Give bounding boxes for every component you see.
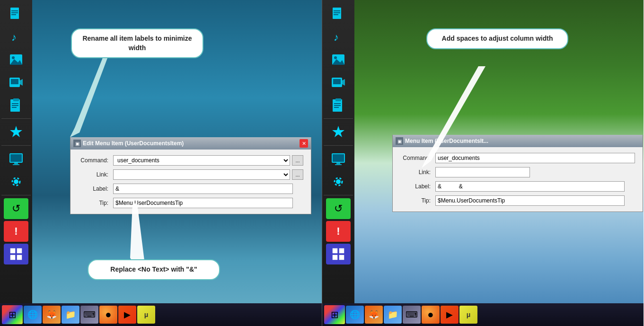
taskbar-firefox-right[interactable]: 🦊 [365, 306, 383, 324]
callout-rename: Rename all item labels to minimize width [71, 28, 203, 58]
svg-rect-48 [333, 154, 344, 162]
right-sidebar-icon-clipboard[interactable] [326, 95, 351, 115]
right-sidebar-icon-grid[interactable] [326, 244, 351, 264]
right-panel: ♪ [322, 0, 644, 326]
right-command-input[interactable] [435, 153, 635, 163]
svg-rect-49 [336, 163, 340, 164]
right-tip-label: Tip: [400, 197, 433, 204]
right-link-input-row [435, 167, 635, 177]
taskbar-keyboard-right[interactable]: ⌨ [403, 306, 421, 324]
sidebar-divider-3 [1, 195, 30, 195]
right-dialog-title-text: Menu Item (UserDocumentsIt... [405, 138, 640, 144]
link-select[interactable] [113, 169, 290, 180]
link-browse-button[interactable]: ... [292, 169, 303, 180]
dialog-title-text: Edit Menu Item (UserDocumentsItem) [83, 140, 298, 147]
svg-rect-54 [339, 248, 344, 254]
right-sidebar-icon-video[interactable] [326, 72, 351, 93]
svg-rect-31 [334, 10, 340, 11]
start-button-right[interactable]: ⊞ [324, 305, 345, 324]
sidebar-divider-1 [1, 118, 30, 119]
sidebar-icon-music[interactable]: ♪ [4, 26, 28, 47]
sidebar-icon-document[interactable] [4, 4, 28, 25]
taskbar-media-left[interactable]: ▶ [118, 306, 136, 324]
left-sidebar: ♪ [0, 0, 32, 303]
taskbar-ie-left[interactable]: 🌐 [24, 306, 42, 324]
taskbar-firefox-left[interactable]: 🦊 [43, 306, 61, 324]
label-label: Label: [78, 185, 111, 192]
right-dialog-title-icon: ▣ [396, 137, 403, 145]
svg-point-36 [334, 56, 337, 59]
start-button-left[interactable]: ⊞ [2, 305, 23, 324]
taskbar-explorer-right[interactable]: 📁 [384, 306, 402, 324]
left-panel: ♪ [0, 0, 322, 326]
svg-marker-46 [332, 126, 344, 137]
svg-rect-45 [334, 107, 339, 108]
callout-replace: Replace <No Text> with "&" [88, 259, 220, 280]
svg-point-21 [14, 179, 18, 184]
sidebar-icon-grid[interactable] [4, 244, 28, 264]
dialog-title-icon: ▣ [73, 140, 81, 147]
left-dialog: ▣ Edit Menu Item (UserDocumentsItem) ✕ C… [70, 137, 311, 214]
svg-rect-44 [334, 105, 341, 106]
svg-rect-56 [339, 255, 344, 260]
taskbar-keyboard-left[interactable]: ⌨ [80, 306, 98, 324]
right-sidebar: ♪ [322, 0, 354, 303]
tip-label: Tip: [78, 200, 111, 206]
svg-rect-3 [11, 14, 16, 15]
right-tip-input[interactable] [435, 195, 625, 206]
svg-marker-9 [20, 79, 23, 86]
svg-rect-19 [14, 163, 18, 164]
svg-rect-23 [10, 248, 16, 254]
command-input-row: user_documents ... [113, 155, 303, 166]
right-link-label: Link: [400, 169, 433, 176]
right-sidebar-divider-1 [324, 118, 353, 119]
sidebar-icon-settings[interactable] [4, 171, 28, 192]
taskbar-ball-right[interactable]: ● [422, 306, 440, 324]
sidebar-icon-refresh[interactable]: ↺ [4, 198, 28, 219]
left-taskbar: ⊞ 🌐 🦊 📁 ⌨ ● ▶ μ [0, 303, 322, 326]
dialog-close-button[interactable]: ✕ [300, 139, 308, 148]
svg-point-6 [12, 56, 15, 59]
right-link-input[interactable] [435, 167, 530, 177]
right-sidebar-icon-document[interactable] [326, 4, 351, 25]
right-sidebar-icon-refresh[interactable]: ↺ [326, 198, 351, 219]
right-sidebar-icon-monitor[interactable] [326, 149, 351, 169]
callout-spaces: Add spaces to adjust column width [426, 28, 568, 49]
taskbar-torrent-left[interactable]: μ [137, 306, 155, 324]
sidebar-icon-video[interactable] [4, 72, 28, 93]
tip-input-row [113, 198, 303, 208]
sidebar-icon-stop[interactable]: ! [4, 221, 28, 242]
svg-rect-1 [11, 10, 18, 11]
svg-rect-50 [335, 164, 342, 165]
taskbar-ball-left[interactable]: ● [99, 306, 117, 324]
right-sidebar-icon-stop[interactable]: ! [326, 221, 351, 242]
right-sidebar-icon-music[interactable]: ♪ [326, 26, 351, 47]
right-dialog: ▣ Menu Item (UserDocumentsIt... Command:… [392, 135, 643, 212]
right-command-input-row [435, 153, 635, 163]
sidebar-icon-image[interactable] [4, 49, 28, 70]
right-label-label: Label: [400, 183, 433, 190]
command-select[interactable]: user_documents [113, 155, 290, 166]
right-sidebar-icon-star[interactable] [326, 122, 351, 142]
command-label: Command: [78, 157, 111, 164]
sidebar-icon-clipboard[interactable] [4, 95, 28, 115]
label-input[interactable] [113, 184, 293, 194]
right-label-input[interactable] [435, 181, 625, 192]
right-tip-input-row [435, 195, 635, 206]
tip-input[interactable] [113, 198, 293, 208]
svg-rect-43 [334, 103, 341, 104]
taskbar-explorer-left[interactable]: 📁 [62, 306, 79, 324]
sidebar-icon-star[interactable] [4, 122, 28, 142]
right-label-input-row [435, 181, 635, 192]
right-sidebar-icon-settings[interactable] [326, 171, 351, 192]
taskbar-media-right[interactable]: ▶ [441, 306, 459, 324]
link-input-row: ... [113, 169, 303, 180]
command-browse-button[interactable]: ... [292, 155, 303, 166]
svg-rect-32 [334, 12, 340, 13]
svg-text:♪: ♪ [11, 31, 17, 43]
right-sidebar-icon-image[interactable] [326, 49, 351, 70]
svg-rect-26 [17, 255, 22, 260]
sidebar-icon-monitor[interactable] [4, 149, 28, 169]
taskbar-torrent-right[interactable]: μ [459, 306, 477, 324]
taskbar-ie-right[interactable]: 🌐 [346, 306, 364, 324]
